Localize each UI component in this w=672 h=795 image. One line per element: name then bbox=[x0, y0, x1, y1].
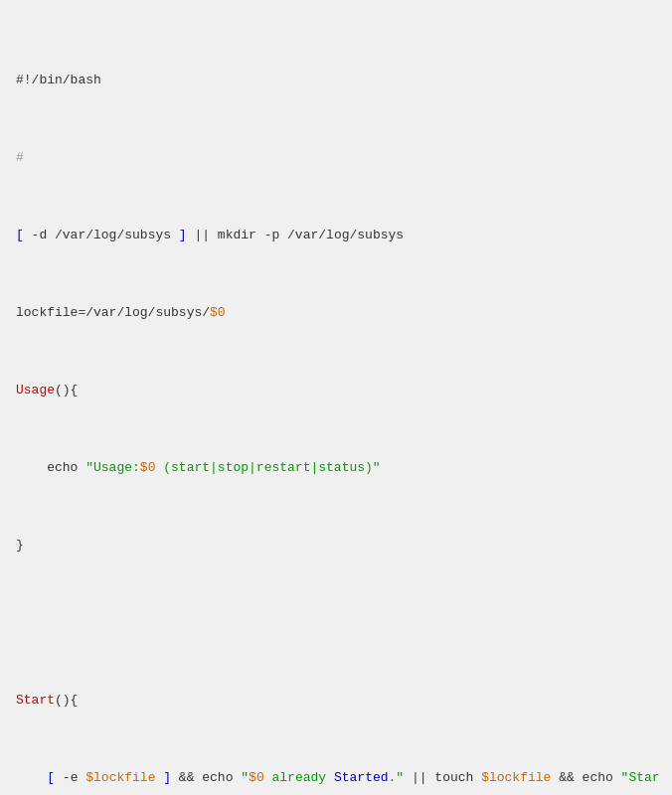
code-line-9: Start(){ bbox=[16, 691, 656, 711]
code-line-7: } bbox=[16, 536, 656, 556]
code-line-5: Usage(){ bbox=[16, 381, 656, 400]
code-line-2: # bbox=[16, 148, 656, 168]
code-line-3: [ -d /var/log/subsys ] || mkdir -p /var/… bbox=[16, 226, 656, 245]
code-line-8 bbox=[16, 613, 656, 633]
code-line-10: [ -e $lockfile ] && echo "$0 already Sta… bbox=[16, 768, 656, 788]
code-viewer: #!/bin/bash # [ -d /var/log/subsys ] || … bbox=[0, 0, 672, 795]
code-line-4: lockfile=/var/log/subsys/$0 bbox=[16, 303, 656, 323]
code-line-1: #!/bin/bash bbox=[16, 71, 656, 90]
code-line-6: echo "Usage:$0 (start|stop|restart|statu… bbox=[16, 458, 656, 478]
